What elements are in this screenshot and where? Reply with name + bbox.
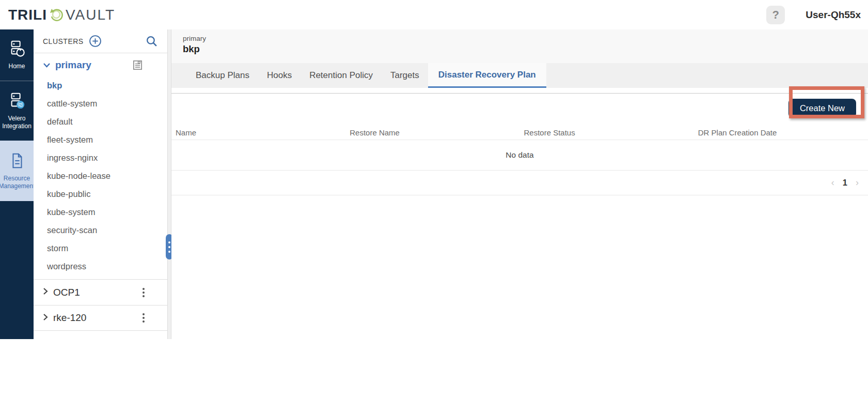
cluster-name-primary[interactable]: primary bbox=[55, 59, 91, 71]
clusters-header: CLUSTERS bbox=[34, 29, 167, 53]
cluster-name-ocp1[interactable]: OCP1 bbox=[53, 287, 80, 298]
namespace-item-kube-node-lease[interactable]: kube-node-lease bbox=[34, 167, 167, 185]
cluster-row-primary[interactable]: primary bbox=[34, 53, 167, 77]
nav-item-home[interactable]: Home bbox=[0, 29, 34, 81]
topbar-right: ? User-Qh55x bbox=[766, 6, 868, 24]
chevron-right-icon[interactable] bbox=[43, 313, 48, 323]
table-header-row: Name Restore Name Restore Status DR Plan… bbox=[171, 126, 868, 140]
namespace-item-wordpress[interactable]: wordpress bbox=[34, 257, 167, 276]
username-label[interactable]: User-Qh55x bbox=[806, 9, 861, 21]
column-header-restore-name: Restore Name bbox=[345, 128, 519, 137]
logo-text-trili: TRILI bbox=[8, 7, 47, 23]
chevron-right-icon[interactable] bbox=[43, 287, 48, 297]
triliovault-logo: TRILI VAULT bbox=[8, 6, 115, 24]
pagination-prev-icon[interactable]: ‹ bbox=[831, 177, 834, 188]
nav-label-resource-management: Resource Management bbox=[0, 175, 36, 190]
namespace-item-cattle-system[interactable]: cattle-system bbox=[34, 95, 167, 113]
pagination-page-1[interactable]: 1 bbox=[843, 178, 847, 188]
clusters-panel: CLUSTERS primary bbox=[34, 29, 167, 339]
column-header-dr-plan-creation-date: DR Plan Creation Date bbox=[694, 128, 868, 137]
namespace-item-kube-system[interactable]: kube-system bbox=[34, 203, 167, 221]
panel-splitter[interactable] bbox=[167, 29, 171, 339]
clusters-title: CLUSTERS bbox=[43, 37, 84, 45]
namespace-item-kube-public[interactable]: kube-public bbox=[34, 185, 167, 203]
namespace-item-bkp[interactable]: bkp bbox=[34, 77, 167, 95]
main-content: primary bkp Backup Plans Hooks Retention… bbox=[171, 29, 868, 339]
rail-filler bbox=[0, 201, 34, 339]
app-screen: TRILI VAULT ? User-Qh55x bbox=[0, 0, 868, 413]
tab-backup-plans[interactable]: Backup Plans bbox=[187, 63, 258, 88]
column-header-restore-status: Restore Status bbox=[520, 128, 694, 137]
breadcrumb-cluster: primary bbox=[183, 35, 868, 42]
search-icon[interactable] bbox=[145, 35, 158, 48]
nav-label-velero-integration: Velero Integration bbox=[0, 115, 34, 130]
breadcrumb: primary bkp bbox=[171, 29, 868, 63]
tab-retention-policy[interactable]: Retention Policy bbox=[301, 63, 382, 88]
nav-item-resource-management[interactable]: Resource Management bbox=[0, 141, 34, 201]
column-header-name: Name bbox=[171, 128, 345, 137]
logo-text-vault: VAULT bbox=[66, 7, 115, 23]
velero-stack-icon bbox=[7, 92, 27, 112]
namespace-item-fleet-system[interactable]: fleet-system bbox=[34, 131, 167, 149]
tab-content: Create New Name Restore Name Restore Sta… bbox=[171, 93, 868, 195]
pagination: ‹ 1 › bbox=[171, 171, 868, 195]
namespace-item-security-scan[interactable]: security-scan bbox=[34, 221, 167, 239]
table-empty-row: No data bbox=[171, 140, 868, 171]
top-bar: TRILI VAULT ? User-Qh55x bbox=[0, 0, 868, 29]
report-icon[interactable] bbox=[132, 59, 144, 71]
kebab-menu-icon[interactable] bbox=[140, 286, 147, 299]
left-nav-rail: Home Velero Integration bbox=[0, 29, 34, 339]
cluster-restore-icon bbox=[7, 40, 27, 59]
chevron-down-icon[interactable] bbox=[43, 60, 51, 70]
nav-label-home: Home bbox=[7, 63, 26, 70]
create-new-button[interactable]: Create New bbox=[788, 99, 856, 118]
circular-arrow-icon bbox=[48, 6, 65, 24]
tab-targets[interactable]: Targets bbox=[382, 63, 428, 88]
tab-strip: Backup Plans Hooks Retention Policy Targ… bbox=[171, 63, 868, 88]
document-icon bbox=[8, 152, 26, 172]
namespace-item-storm[interactable]: storm bbox=[34, 239, 167, 257]
help-icon[interactable]: ? bbox=[766, 6, 785, 24]
nav-item-velero-integration[interactable]: Velero Integration bbox=[0, 81, 34, 141]
breadcrumb-namespace: bkp bbox=[183, 43, 868, 55]
toolbar: Create New bbox=[171, 94, 868, 126]
namespace-item-default[interactable]: default bbox=[34, 113, 167, 131]
cluster-row-ocp1[interactable]: OCP1 bbox=[34, 279, 167, 305]
pagination-next-icon[interactable]: › bbox=[856, 177, 859, 188]
namespace-item-ingress-nginx[interactable]: ingress-nginx bbox=[34, 149, 167, 167]
tab-disaster-recovery-plan[interactable]: Disaster Recovery Plan bbox=[428, 63, 546, 88]
cluster-row-rke-120[interactable]: rke-120 bbox=[34, 305, 167, 331]
tab-hooks[interactable]: Hooks bbox=[258, 63, 301, 88]
namespace-list: bkp cattle-system default fleet-system i… bbox=[34, 77, 167, 276]
cluster-name-rke-120[interactable]: rke-120 bbox=[53, 312, 86, 324]
no-data-label: No data bbox=[506, 150, 533, 160]
add-cluster-icon[interactable] bbox=[89, 35, 102, 48]
kebab-menu-icon[interactable] bbox=[140, 311, 147, 325]
